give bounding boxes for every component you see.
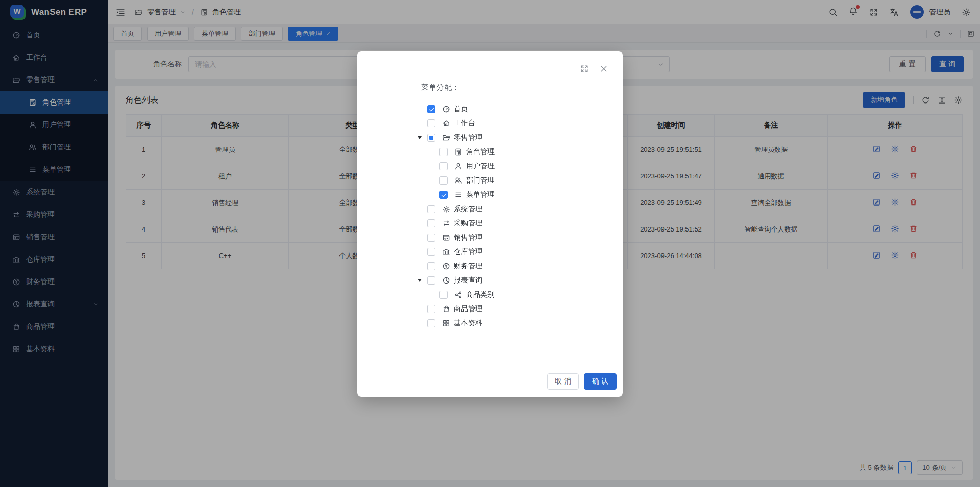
user-icon bbox=[454, 162, 462, 170]
team-icon bbox=[454, 176, 462, 185]
warehouse-icon bbox=[442, 248, 450, 256]
sales-icon bbox=[442, 234, 450, 242]
tree-node-label: 工作台 bbox=[454, 119, 475, 128]
tree-node-label: 销售管理 bbox=[454, 233, 482, 242]
menu-assign-dialog: 菜单分配： 首页工作台零售管理角色管理用户管理部门管理菜单管理系统管理采购管理销… bbox=[357, 51, 623, 397]
tree-node-label: 采购管理 bbox=[454, 219, 482, 228]
menu-icon bbox=[454, 191, 462, 199]
tree-checkbox-unchecked[interactable] bbox=[427, 276, 435, 285]
tree-checkbox-unchecked[interactable] bbox=[439, 291, 448, 299]
tree-node-report[interactable]: 报表查询 bbox=[357, 273, 623, 288]
tree-node-dashboard[interactable]: 首页 bbox=[357, 102, 623, 116]
caret-down-icon[interactable] bbox=[418, 279, 422, 282]
dialog-fullscreen-icon[interactable] bbox=[580, 64, 589, 73]
tree-checkbox-checked[interactable] bbox=[439, 191, 448, 199]
swap-icon bbox=[442, 219, 450, 227]
dialog-tools bbox=[580, 64, 608, 73]
caret-slot bbox=[418, 279, 427, 282]
tree-node-folder-open[interactable]: 零售管理 bbox=[357, 131, 623, 145]
dashboard-icon bbox=[442, 105, 450, 113]
tree-node-label: 系统管理 bbox=[454, 204, 482, 214]
tree-node-label: 报表查询 bbox=[454, 276, 482, 285]
tree-node-role[interactable]: 角色管理 bbox=[357, 145, 623, 159]
tree-checkbox-unchecked[interactable] bbox=[427, 219, 435, 227]
tree-node-label: 商品类别 bbox=[466, 290, 495, 299]
folder-open-icon bbox=[442, 134, 450, 142]
report-icon bbox=[442, 276, 450, 285]
tree-node-label: 财务管理 bbox=[454, 262, 482, 271]
cancel-button[interactable]: 取 消 bbox=[547, 373, 579, 390]
divider bbox=[414, 99, 611, 99]
tree-node-label: 仓库管理 bbox=[454, 247, 482, 257]
gear-icon bbox=[442, 205, 450, 213]
tree-node-swap[interactable]: 采购管理 bbox=[357, 216, 623, 230]
dialog-title: 菜单分配： bbox=[421, 83, 623, 92]
basic-icon bbox=[442, 319, 450, 327]
role-icon bbox=[454, 148, 462, 156]
menu-tree: 首页工作台零售管理角色管理用户管理部门管理菜单管理系统管理采购管理销售管理仓库管… bbox=[357, 102, 623, 330]
confirm-button[interactable]: 确 认 bbox=[584, 373, 617, 390]
tree-node-label: 零售管理 bbox=[454, 133, 482, 142]
dialog-close-icon[interactable] bbox=[599, 64, 608, 73]
tree-node-label: 部门管理 bbox=[466, 176, 495, 185]
caret-down-icon[interactable] bbox=[418, 136, 422, 139]
tree-node-warehouse[interactable]: 仓库管理 bbox=[357, 245, 623, 259]
tree-node-gear[interactable]: 系统管理 bbox=[357, 202, 623, 216]
tree-checkbox-unchecked[interactable] bbox=[427, 119, 435, 127]
tree-checkbox-indeterminate[interactable] bbox=[427, 134, 435, 142]
tree-checkbox-unchecked[interactable] bbox=[427, 234, 435, 242]
dialog-footer: 取 消 确 认 bbox=[547, 373, 617, 390]
tree-node-label: 菜单管理 bbox=[466, 190, 495, 199]
tree-checkbox-unchecked[interactable] bbox=[427, 319, 435, 327]
tree-node-label: 商品管理 bbox=[454, 304, 482, 314]
tree-checkbox-unchecked[interactable] bbox=[427, 248, 435, 256]
caret-slot bbox=[418, 136, 427, 139]
tree-node-menu[interactable]: 菜单管理 bbox=[357, 188, 623, 202]
tree-checkbox-unchecked[interactable] bbox=[427, 262, 435, 270]
tree-node-sales[interactable]: 销售管理 bbox=[357, 230, 623, 245]
tree-node-user[interactable]: 用户管理 bbox=[357, 159, 623, 173]
home-icon bbox=[442, 119, 450, 127]
tree-node-label: 基本资料 bbox=[454, 319, 482, 328]
tree-checkbox-unchecked[interactable] bbox=[427, 205, 435, 213]
tree-node-share[interactable]: 商品类别 bbox=[357, 288, 623, 302]
goods-icon bbox=[442, 305, 450, 313]
tree-checkbox-unchecked[interactable] bbox=[439, 148, 448, 156]
tree-node-label: 用户管理 bbox=[466, 162, 495, 171]
tree-checkbox-checked[interactable] bbox=[427, 105, 435, 113]
tree-checkbox-unchecked[interactable] bbox=[427, 305, 435, 313]
tree-checkbox-unchecked[interactable] bbox=[439, 162, 448, 170]
tree-node-basic[interactable]: 基本资料 bbox=[357, 316, 623, 330]
tree-checkbox-unchecked[interactable] bbox=[439, 176, 448, 185]
tree-node-label: 首页 bbox=[454, 105, 468, 114]
tree-node-finance[interactable]: 财务管理 bbox=[357, 259, 623, 273]
tree-node-label: 角色管理 bbox=[466, 147, 495, 157]
tree-node-goods[interactable]: 商品管理 bbox=[357, 302, 623, 316]
tree-node-team[interactable]: 部门管理 bbox=[357, 173, 623, 188]
finance-icon bbox=[442, 262, 450, 270]
share-icon bbox=[454, 291, 462, 299]
tree-node-home[interactable]: 工作台 bbox=[357, 116, 623, 131]
